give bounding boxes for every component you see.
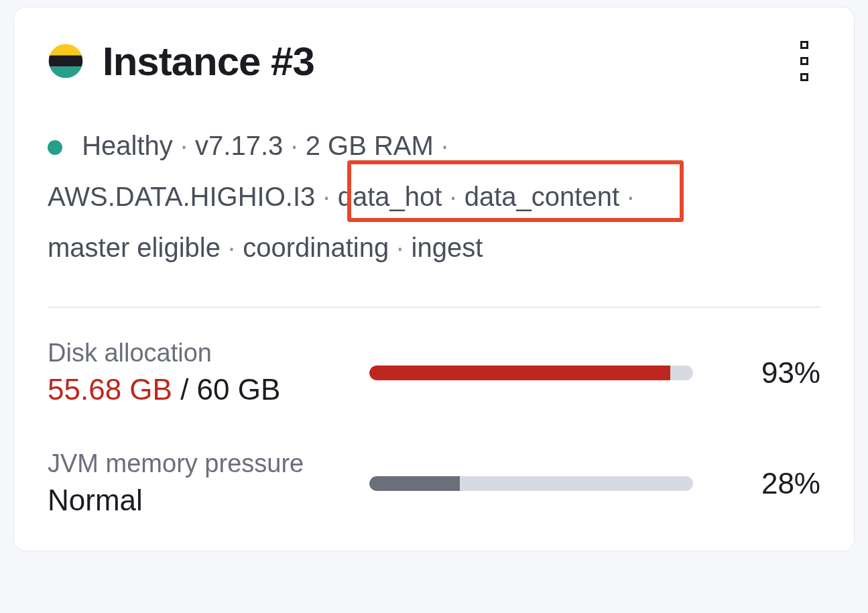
disk-total: 60 GB <box>197 373 281 406</box>
instance-card: Instance #3 Healthy · v7.17.3 · 2 GB RAM… <box>13 7 855 551</box>
tag-data-hot: data_hot <box>338 182 442 211</box>
disk-allocation-row: Disk allocation 55.68 GB / 60 GB 93% <box>48 339 820 406</box>
instance-type-text: AWS.DATA.HIGHIO.I3 <box>48 182 315 211</box>
jvm-status: Normal <box>48 484 369 517</box>
instance-title: Instance #3 <box>103 38 314 85</box>
disk-used: 55.68 GB <box>48 373 172 406</box>
jvm-percent: 28% <box>733 467 820 500</box>
more-dot-icon <box>800 41 808 49</box>
disk-percent: 93% <box>733 356 820 390</box>
version-text: v7.17.3 <box>195 131 283 160</box>
jvm-progress-fill <box>369 476 460 491</box>
disk-progress-bar <box>369 366 693 380</box>
jvm-pressure-row: JVM memory pressure Normal 28% <box>48 449 820 517</box>
disk-sep: / <box>180 373 196 406</box>
elastic-logo-icon <box>48 43 84 79</box>
svg-rect-1 <box>48 43 84 56</box>
more-dot-icon <box>800 57 808 65</box>
health-status-text: Healthy <box>82 131 173 160</box>
tag-data-content: data_content <box>464 182 619 211</box>
disk-progress-fill <box>369 366 670 380</box>
role-master-eligible: master eligible <box>48 233 221 262</box>
disk-label: Disk allocation <box>48 339 369 368</box>
role-coordinating: coordinating <box>243 233 389 262</box>
divider <box>48 306 820 308</box>
ram-text: 2 GB RAM <box>306 131 434 160</box>
health-status-dot <box>48 140 62 155</box>
svg-rect-3 <box>48 66 84 79</box>
jvm-progress-bar <box>369 476 693 491</box>
instance-tags: Healthy · v7.17.3 · 2 GB RAM · AWS.DATA.… <box>48 120 820 273</box>
role-ingest: ingest <box>412 233 483 262</box>
instance-header: Instance #3 <box>48 34 820 88</box>
svg-rect-2 <box>48 56 84 67</box>
title-group: Instance #3 <box>48 38 314 85</box>
jvm-label: JVM memory pressure <box>48 449 369 478</box>
more-actions-button[interactable] <box>788 34 820 88</box>
more-dot-icon <box>800 73 808 81</box>
disk-value: 55.68 GB / 60 GB <box>48 373 369 406</box>
